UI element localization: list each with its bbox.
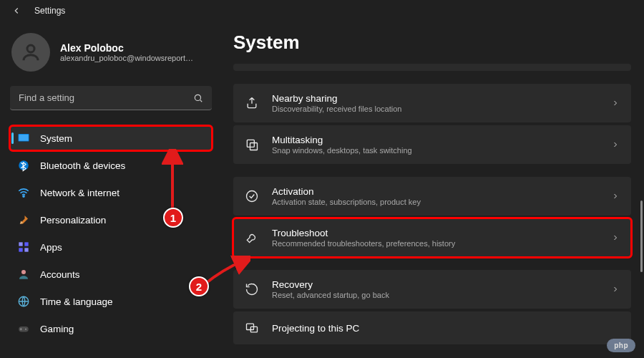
svg-point-10 xyxy=(21,270,26,274)
row-nearby-sharing[interactable]: Nearby sharing Discoverability, received… xyxy=(233,84,631,122)
sidebar-item-accounts[interactable]: Accounts xyxy=(10,262,212,286)
sidebar-item-label: Apps xyxy=(40,242,62,253)
sidebar-item-label: Bluetooth & devices xyxy=(40,160,125,171)
annotation-badge-1: 1 xyxy=(163,208,183,228)
sidebar-item-label: Accounts xyxy=(40,269,80,280)
share-icon xyxy=(245,96,259,110)
page-title: System xyxy=(233,32,631,54)
sidebar-item-gaming[interactable]: Gaming xyxy=(10,316,212,341)
chevron-right-icon xyxy=(611,192,620,200)
profile-name: Alex Poloboc xyxy=(60,42,193,54)
svg-point-4 xyxy=(19,160,29,170)
monitor-icon xyxy=(17,132,30,145)
sidebar-item-system[interactable]: System xyxy=(10,126,212,150)
sidebar-item-time-language[interactable]: Time & language xyxy=(10,289,212,314)
check-circle-icon xyxy=(245,189,259,203)
brush-icon xyxy=(17,213,30,226)
annotation-badge-2: 2 xyxy=(189,276,209,296)
wifi-icon xyxy=(17,186,30,199)
chevron-right-icon xyxy=(611,99,620,107)
watermark: php xyxy=(607,339,635,352)
globe-clock-icon xyxy=(17,295,30,308)
row-projecting[interactable]: Projecting to this PC xyxy=(233,311,631,344)
svg-point-16 xyxy=(247,191,258,202)
sidebar-item-apps[interactable]: Apps xyxy=(10,235,212,259)
svg-point-5 xyxy=(23,195,24,197)
user-icon xyxy=(17,268,30,281)
svg-point-1 xyxy=(195,95,200,100)
scrollbar-thumb[interactable] xyxy=(640,200,643,272)
profile-block[interactable]: Alex Poloboc alexandru_poloboc@windowsre… xyxy=(10,29,212,83)
row-sub: Activation state, subscriptions, product… xyxy=(272,198,598,206)
row-activation[interactable]: Activation Activation state, subscriptio… xyxy=(233,177,631,216)
svg-rect-6 xyxy=(19,242,22,246)
sidebar-item-label: System xyxy=(40,133,72,144)
row-sub: Reset, advanced startup, go back xyxy=(272,291,598,299)
window-title: Settings xyxy=(34,6,65,16)
project-icon xyxy=(245,321,259,335)
row-recovery[interactable]: Recovery Reset, advanced startup, go bac… xyxy=(233,270,631,309)
wrench-icon xyxy=(245,231,259,245)
content-panel: System Nearby sharing Discoverability, r… xyxy=(222,21,644,358)
row-multitasking[interactable]: Multitasking Snap windows, desktops, tas… xyxy=(233,125,631,164)
search-input[interactable] xyxy=(19,92,193,103)
bluetooth-icon xyxy=(17,159,30,172)
svg-rect-8 xyxy=(19,248,22,251)
svg-point-0 xyxy=(27,45,34,52)
sidebar-item-label: Time & language xyxy=(40,296,113,307)
row-sub: Recommended troubleshooters, preferences… xyxy=(272,239,598,248)
svg-point-13 xyxy=(25,329,26,330)
row-title: Activation xyxy=(272,186,598,197)
search-icon xyxy=(193,93,203,103)
chevron-right-icon xyxy=(611,285,620,294)
titlebar: Settings xyxy=(0,0,644,21)
avatar xyxy=(11,33,50,72)
chevron-right-icon xyxy=(611,233,620,242)
sidebar-item-label: Gaming xyxy=(40,324,74,334)
svg-rect-7 xyxy=(24,242,28,246)
row-title: Projecting to this PC xyxy=(272,323,620,334)
back-icon[interactable] xyxy=(11,6,21,16)
svg-rect-14 xyxy=(247,140,254,147)
profile-email: alexandru_poloboc@windowsreport… xyxy=(60,54,193,62)
sidebar-item-label: Network & internet xyxy=(40,188,119,198)
row-title: Nearby sharing xyxy=(272,93,598,104)
row-troubleshoot[interactable]: Troubleshoot Recommended troubleshooters… xyxy=(233,218,631,257)
row-sub: Snap windows, desktops, task switching xyxy=(272,146,598,155)
svg-rect-9 xyxy=(24,248,28,251)
grid-icon xyxy=(17,241,30,253)
chevron-right-icon xyxy=(611,140,620,149)
svg-rect-15 xyxy=(250,143,258,150)
row-title: Troubleshoot xyxy=(272,228,598,238)
overlap-icon xyxy=(245,137,259,152)
sidebar-item-label: Personalization xyxy=(40,215,106,226)
search-box[interactable] xyxy=(10,86,212,110)
row-sub: Discoverability, received files location xyxy=(272,105,598,113)
row-title: Recovery xyxy=(272,279,598,290)
svg-rect-3 xyxy=(19,135,29,141)
gamepad-icon xyxy=(17,322,30,335)
sidebar: Alex Poloboc alexandru_poloboc@windowsre… xyxy=(0,21,222,358)
row-title: Multitasking xyxy=(272,135,598,145)
collapsed-row xyxy=(233,64,631,71)
